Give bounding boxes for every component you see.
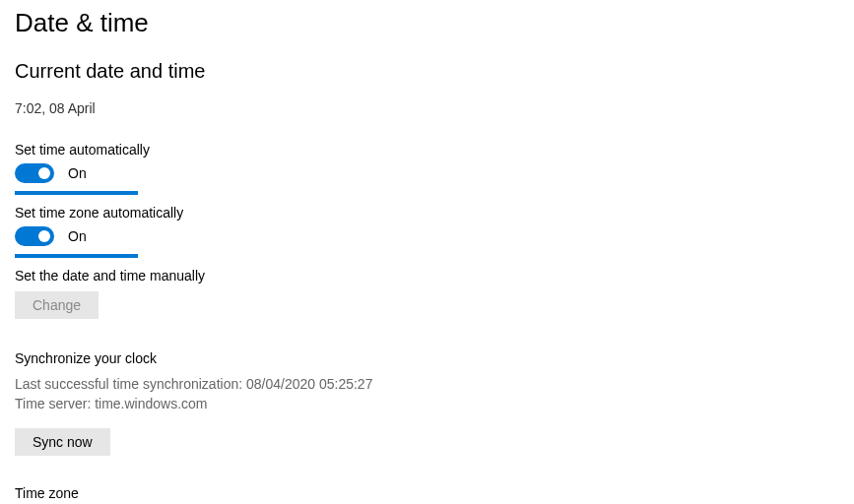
set-time-auto-state: On	[68, 165, 87, 181]
current-datetime-value: 7:02, 08 April	[15, 100, 839, 116]
underline-bar	[15, 254, 138, 258]
timezone-label: Time zone	[15, 485, 839, 501]
sync-now-button[interactable]: Sync now	[15, 428, 110, 456]
page-title: Date & time	[15, 8, 839, 38]
set-manual-label: Set the date and time manually	[15, 268, 839, 284]
set-time-auto-label: Set time automatically	[15, 142, 839, 158]
underline-bar	[15, 191, 138, 195]
set-zone-auto-label: Set time zone automatically	[15, 205, 839, 220]
set-zone-auto-toggle[interactable]	[15, 226, 54, 246]
sync-last-success: Last successful time synchronization: 08…	[15, 374, 839, 394]
change-button: Change	[15, 291, 99, 319]
sync-heading: Synchronize your clock	[15, 350, 839, 366]
sync-time-server: Time server: time.windows.com	[15, 394, 839, 413]
current-datetime-heading: Current date and time	[15, 60, 839, 83]
toggle-knob-icon	[38, 230, 50, 242]
set-zone-auto-state: On	[68, 228, 87, 244]
toggle-knob-icon	[38, 167, 50, 179]
set-time-auto-toggle[interactable]	[15, 163, 54, 183]
